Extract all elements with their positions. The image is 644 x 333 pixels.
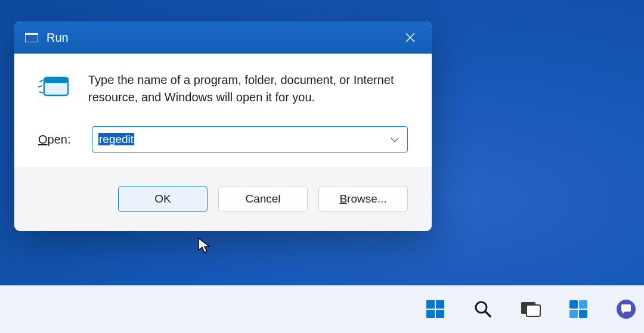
chevron-down-icon[interactable] xyxy=(391,134,399,145)
close-icon xyxy=(405,32,416,43)
search-icon xyxy=(473,300,493,319)
svg-rect-1 xyxy=(25,33,38,35)
svg-rect-6 xyxy=(426,300,435,309)
close-button[interactable] xyxy=(398,26,422,49)
command-input-text: regedit xyxy=(98,133,134,146)
taskbar xyxy=(0,285,644,333)
widgets-icon xyxy=(568,299,589,319)
svg-rect-9 xyxy=(436,310,444,318)
widgets-button[interactable] xyxy=(566,297,590,321)
browse-button[interactable]: Browse... xyxy=(318,186,408,212)
svg-rect-5 xyxy=(44,77,68,83)
svg-rect-13 xyxy=(527,305,540,316)
run-dialog: Run Type the name of a program, folder, … xyxy=(14,21,432,231)
dialog-body: Type the name of a program, folder, docu… xyxy=(14,54,432,167)
search-button[interactable] xyxy=(471,297,495,321)
svg-rect-16 xyxy=(569,310,578,318)
task-view-button[interactable] xyxy=(519,297,543,321)
titlebar: Run xyxy=(14,21,432,54)
run-icon xyxy=(38,74,72,100)
run-titlebar-icon xyxy=(25,33,38,42)
chat-icon xyxy=(615,298,637,320)
desktop: Run Type the name of a program, folder, … xyxy=(0,0,644,333)
svg-line-11 xyxy=(485,312,490,316)
open-label: Open: xyxy=(38,133,73,147)
ok-button[interactable]: OK xyxy=(118,186,208,212)
svg-rect-17 xyxy=(579,310,587,318)
cancel-button[interactable]: Cancel xyxy=(218,186,308,212)
mouse-cursor xyxy=(197,237,212,257)
dialog-description: Type the name of a program, folder, docu… xyxy=(88,71,408,106)
chat-button[interactable] xyxy=(614,297,638,321)
command-combobox[interactable]: regedit xyxy=(92,126,408,153)
svg-rect-14 xyxy=(569,300,578,309)
start-button[interactable] xyxy=(423,297,447,321)
dialog-footer: OK Cancel Browse... xyxy=(14,167,432,231)
dialog-title: Run xyxy=(47,31,69,45)
svg-rect-8 xyxy=(426,310,435,318)
svg-rect-7 xyxy=(436,300,444,309)
task-view-icon xyxy=(521,300,541,318)
windows-start-icon xyxy=(425,299,445,319)
svg-rect-15 xyxy=(579,300,587,309)
